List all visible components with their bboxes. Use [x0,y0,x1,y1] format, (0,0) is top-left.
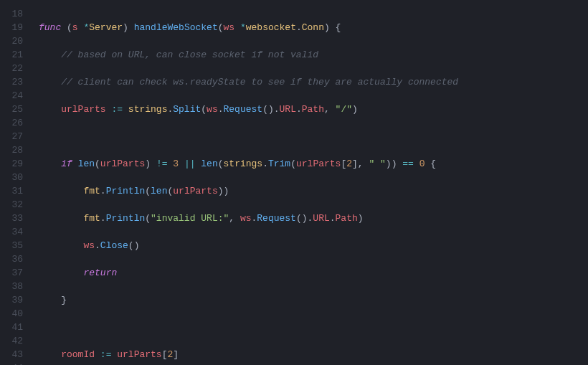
code-line: urlParts := strings.Split(ws.Request().U… [39,103,588,116]
code-line: fmt.Println(len(urlParts)) [39,184,588,198]
line-number: 23 [0,75,23,89]
line-number: 32 [0,198,23,212]
line-number-gutter: 1819202122232425262728293031323334353637… [0,7,29,365]
line-number: 30 [0,171,23,184]
line-number: 37 [0,266,23,280]
code-line: return [39,266,588,280]
code-editor[interactable]: 1819202122232425262728293031323334353637… [0,7,588,365]
line-number: 19 [0,21,23,34]
line-number: 38 [0,280,23,293]
line-number: 22 [0,62,23,75]
code-line: func (s *Server) handleWebSocket(ws *web… [39,21,588,34]
line-number: 27 [0,130,23,143]
line-number: 36 [0,252,23,266]
line-number: 29 [0,157,23,171]
code-content[interactable]: func (s *Server) handleWebSocket(ws *web… [29,7,588,365]
code-line: // based on URL, can close socket if not… [39,48,588,62]
code-line: // client can check ws.readyState to see… [39,75,588,89]
line-number: 18 [0,7,23,21]
code-line: ws.Close() [39,239,588,252]
line-number: 31 [0,184,23,198]
code-line [39,130,588,143]
code-line: } [39,293,588,307]
line-number: 35 [0,239,23,252]
line-number: 21 [0,48,23,62]
line-number: 24 [0,89,23,103]
code-line [39,321,588,334]
line-number: 25 [0,103,23,116]
line-number: 42 [0,334,23,348]
line-number: 44 [0,361,23,365]
line-number: 41 [0,321,23,334]
code-line: if len(urlParts) != 3 || len(strings.Tri… [39,157,588,171]
line-number: 26 [0,116,23,130]
line-number: 43 [0,348,23,361]
line-number: 40 [0,307,23,321]
line-number: 33 [0,212,23,225]
line-number: 34 [0,225,23,239]
line-number: 39 [0,293,23,307]
code-line: roomId := urlParts[2] [39,348,588,361]
line-number: 28 [0,143,23,157]
line-number: 20 [0,34,23,48]
code-line: fmt.Println("invalid URL:", ws.Request()… [39,212,588,225]
